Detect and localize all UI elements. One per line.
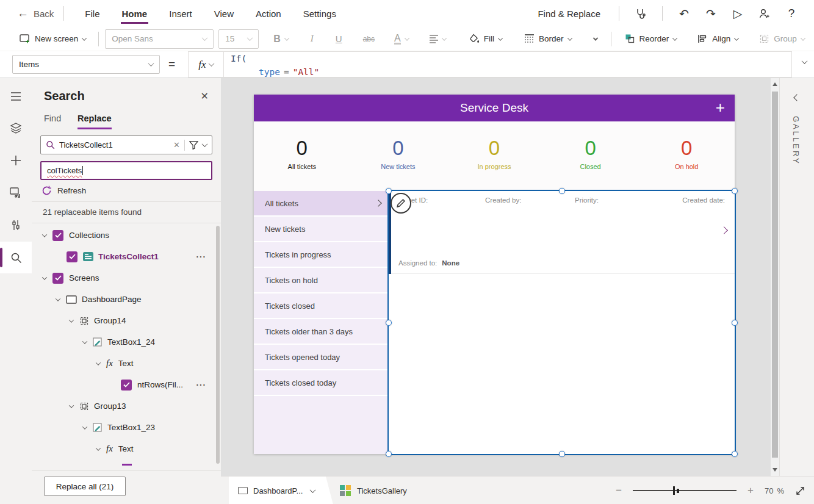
tickets-gallery[interactable]: Ticket ID: Created by: Priority: Created…: [389, 191, 735, 454]
counter-on-hold[interactable]: 0 On hold: [638, 121, 735, 191]
nav-item-new-tickets[interactable]: New tickets: [254, 217, 389, 241]
advanced-tools-icon[interactable]: [0, 213, 32, 237]
tree-node-textbox1-23[interactable]: TextBox1_23: [32, 417, 216, 438]
border-button[interactable]: Border: [518, 29, 578, 49]
group-button[interactable]: Group: [753, 29, 811, 49]
font-family-select[interactable]: Open Sans: [105, 29, 214, 49]
align-button[interactable]: Align: [691, 29, 744, 49]
resize-handle-bottom-middle[interactable]: [559, 451, 565, 457]
search-input[interactable]: [59, 140, 169, 149]
resize-handle-top-left[interactable]: [386, 188, 392, 194]
font-color-button[interactable]: A: [388, 29, 415, 49]
chevron-down-icon[interactable]: [202, 141, 208, 147]
property-selector[interactable]: Items: [12, 55, 160, 74]
font-size-select[interactable]: 15: [218, 29, 259, 49]
chevron-down-icon[interactable]: [310, 487, 316, 493]
chevron-down-icon[interactable]: [56, 296, 60, 301]
menu-action[interactable]: Action: [245, 0, 292, 27]
tree-node-collections[interactable]: Collections: [32, 225, 216, 246]
undo-icon[interactable]: ↶: [672, 3, 696, 24]
replace-input-value[interactable]: colTickets: [47, 166, 82, 175]
counter-in-progress[interactable]: 0 In progress: [446, 121, 542, 191]
selected-control-ticketsgallery[interactable]: TicketsGallery: [333, 477, 407, 504]
insert-plus-icon[interactable]: [0, 148, 32, 173]
chevron-down-icon[interactable]: [42, 232, 47, 237]
bold-button[interactable]: B: [267, 29, 295, 49]
zoom-slider[interactable]: [633, 486, 737, 495]
menu-view[interactable]: View: [203, 0, 245, 27]
tree-node-ticketscollect1[interactable]: TicketsCollect1 ···: [32, 246, 216, 267]
nav-item-all-tickets[interactable]: All tickets: [254, 191, 389, 215]
replace-all-button[interactable]: Replace all (21): [44, 477, 126, 496]
row-detail-chevron-icon[interactable]: [720, 226, 728, 234]
filter-funnel-icon[interactable]: [189, 141, 198, 149]
zoom-out-icon[interactable]: −: [616, 484, 622, 497]
chevron-down-icon[interactable]: [96, 445, 101, 450]
tree-node-dashboardpage[interactable]: DashboardPage: [32, 289, 216, 310]
more-options-icon[interactable]: ···: [196, 380, 207, 389]
refresh-button[interactable]: Refresh: [41, 185, 86, 196]
formula-input[interactable]: If( type="All": [224, 52, 791, 77]
tree-node-textbox1-24[interactable]: TextBox1_24: [32, 331, 216, 353]
nav-item-tickets-closed[interactable]: Tickets closed: [254, 293, 389, 318]
menu-file[interactable]: File: [74, 0, 110, 27]
checkbox-checked[interactable]: [67, 251, 77, 262]
checkbox-checked[interactable]: [52, 230, 63, 241]
fit-to-window-icon[interactable]: [795, 486, 805, 496]
chevron-down-icon[interactable]: [69, 403, 74, 408]
menu-settings[interactable]: Settings: [292, 0, 347, 27]
search-rail-tile[interactable]: [0, 242, 32, 273]
resize-handle-bottom-right[interactable]: [732, 451, 738, 457]
strikethrough-button[interactable]: abc: [357, 29, 381, 49]
fx-dropdown[interactable]: fx: [189, 52, 224, 77]
new-screen-button[interactable]: New screen: [13, 29, 92, 49]
menu-home[interactable]: Home: [111, 0, 159, 27]
checkbox-checked[interactable]: [121, 380, 132, 391]
more-options-icon[interactable]: ···: [196, 252, 207, 261]
tree-node-text-property[interactable]: fx Text: [32, 438, 216, 459]
reorder-button[interactable]: Reorder: [619, 29, 683, 49]
italic-button[interactable]: I: [304, 29, 320, 49]
app-checker-icon[interactable]: [629, 3, 652, 24]
resize-handle-middle-right[interactable]: [732, 320, 738, 326]
replace-input-box[interactable]: colTickets: [40, 161, 212, 180]
tree-view-icon[interactable]: [0, 116, 32, 140]
fill-button[interactable]: Fill: [463, 29, 508, 49]
chevron-down-icon[interactable]: [96, 360, 101, 365]
scroll-down-arrow-icon[interactable]: [773, 468, 777, 472]
zoom-slider-handle[interactable]: [673, 486, 675, 495]
nav-item-tickets-older-3-days[interactable]: Tickets older than 3 days: [254, 319, 389, 344]
scroll-up-arrow-icon[interactable]: [773, 82, 777, 86]
nav-item-tickets-closed-today[interactable]: Tickets closed today: [254, 370, 389, 395]
resize-handle-middle-left[interactable]: [386, 320, 392, 326]
redo-icon[interactable]: ↷: [699, 3, 722, 24]
formula-bar-expand-icon[interactable]: [802, 58, 808, 64]
more-formatting-button[interactable]: [588, 29, 603, 49]
scrollbar-thumb[interactable]: [772, 92, 778, 458]
close-icon[interactable]: ✕: [201, 90, 209, 102]
gallery-template-row[interactable]: Ticket ID: Created by: Priority: Created…: [389, 191, 735, 274]
app-header[interactable]: Service Desk +: [254, 95, 735, 121]
tree-scrollbar[interactable]: [216, 226, 220, 464]
search-input-box[interactable]: ✕: [40, 135, 212, 154]
tree-node-text-property[interactable]: fx Text: [32, 353, 216, 374]
tab-find[interactable]: Find: [44, 113, 61, 128]
canvas-vertical-scrollbar[interactable]: [771, 78, 779, 476]
chevron-down-icon[interactable]: [69, 317, 74, 322]
chevron-down-icon[interactable]: [82, 339, 87, 344]
tree-node-group13[interactable]: Group13: [32, 395, 216, 417]
tree-node-screens[interactable]: Screens: [32, 267, 216, 289]
nav-item-tickets-opened-today[interactable]: Tickets opened today: [254, 345, 389, 369]
gallery-panel-label[interactable]: GALLERY: [791, 116, 801, 165]
underline-button[interactable]: U: [330, 29, 348, 49]
hamburger-menu-icon[interactable]: [0, 84, 32, 109]
clear-search-icon[interactable]: ✕: [173, 140, 180, 149]
expand-panel-chevron-icon[interactable]: [793, 94, 800, 101]
resize-handle-top-middle[interactable]: [559, 188, 565, 194]
add-ticket-icon[interactable]: +: [716, 98, 725, 117]
counter-new-tickets[interactable]: 0 New tickets: [350, 121, 447, 191]
nav-item-tickets-in-progress[interactable]: Tickets in progress: [254, 242, 389, 267]
preview-play-icon[interactable]: ▷: [726, 3, 749, 24]
help-icon[interactable]: ?: [780, 3, 803, 24]
zoom-in-icon[interactable]: +: [747, 484, 754, 497]
